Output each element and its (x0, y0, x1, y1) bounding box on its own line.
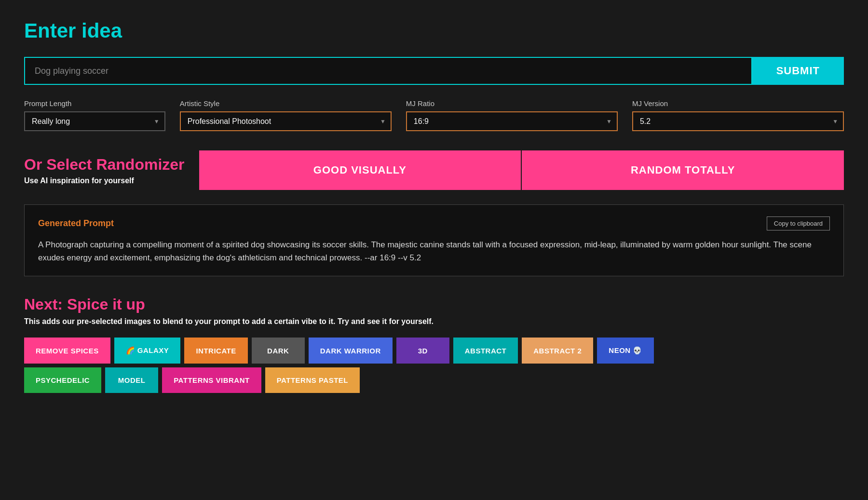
generated-prompt-label: Generated Prompt (38, 218, 114, 229)
randomizer-title-highlight: Select Randomizer (46, 156, 184, 173)
mj-ratio-group: MJ Ratio 1:1 4:3 16:9 9:16 (406, 99, 618, 131)
spice-section: Next: Spice it up This adds our pre-sele… (24, 296, 844, 393)
artistic-style-select-wrapper: None Professional Photoshoot Anime Oil P… (180, 111, 392, 131)
prompt-length-select-wrapper: Short Medium Long Really long (24, 111, 165, 131)
spice-intricate-button[interactable]: INTRICATE (184, 338, 247, 364)
spice-patterns-vibrant-button[interactable]: PATTERNS VIBRANT (162, 367, 261, 393)
prompt-length-label: Prompt Length (24, 99, 165, 108)
page-title: Enter idea (24, 19, 844, 42)
randomizer-left: Or Select Randomizer Use AI inspiration … (24, 156, 185, 185)
spice-galaxy-button[interactable]: 🌈 GALAXY (114, 338, 181, 364)
randomizer-subtitle: Use AI inspiration for yourself (24, 176, 185, 185)
randomizer-section: Or Select Randomizer Use AI inspiration … (24, 150, 844, 190)
artistic-style-label: Artistic Style (180, 99, 392, 108)
generated-prompt-section: Generated Prompt Copy to clipboard A Pho… (24, 204, 844, 276)
submit-button[interactable]: SUBMIT (752, 57, 844, 85)
prompt-length-group: Prompt Length Short Medium Long Really l… (24, 99, 165, 131)
randomizer-title-prefix: Or (24, 156, 46, 173)
mj-ratio-select[interactable]: 1:1 4:3 16:9 9:16 (406, 111, 618, 131)
mj-version-select[interactable]: 4 5 5.1 5.2 6 (632, 111, 844, 131)
idea-input[interactable] (24, 57, 752, 85)
mj-version-select-wrapper: 4 5 5.1 5.2 6 (632, 111, 844, 131)
randomizer-buttons: GOOD VISUALLY RANDOM TOTALLY (199, 150, 844, 190)
options-row: Prompt Length Short Medium Long Really l… (24, 99, 844, 131)
good-visually-button[interactable]: GOOD VISUALLY (199, 150, 522, 190)
spice-dark-warrior-button[interactable]: DARK WARRIOR (309, 338, 393, 364)
artistic-style-select[interactable]: None Professional Photoshoot Anime Oil P… (180, 111, 392, 131)
spice-dark-button[interactable]: DARK (252, 338, 305, 364)
prompt-length-select[interactable]: Short Medium Long Really long (24, 111, 165, 131)
mj-ratio-label: MJ Ratio (406, 99, 618, 108)
mj-version-group: MJ Version 4 5 5.1 5.2 6 (632, 99, 844, 131)
spice-buttons-row1: REMOVE SPICES 🌈 GALAXY INTRICATE DARK DA… (24, 338, 844, 364)
mj-version-label: MJ Version (632, 99, 844, 108)
spice-title-prefix: Next: (24, 296, 67, 313)
copy-to-clipboard-button[interactable]: Copy to clipboard (767, 216, 830, 230)
spice-patterns-pastel-button[interactable]: PATTERNS PASTEL (265, 367, 360, 393)
idea-input-row: SUBMIT (24, 57, 844, 85)
generated-prompt-header: Generated Prompt Copy to clipboard (38, 216, 830, 230)
spice-abstract-button[interactable]: ABSTRACT (453, 338, 518, 364)
spice-neon-button[interactable]: NEON 💀 (597, 338, 654, 364)
spice-remove-spices-button[interactable]: REMOVE SPICES (24, 338, 110, 364)
spice-title-highlight: Spice it up (67, 296, 145, 313)
random-totally-button[interactable]: RANDOM TOTALLY (522, 150, 844, 190)
spice-subtitle: This adds our pre-selected images to ble… (24, 317, 844, 326)
generated-prompt-text: A Photograph capturing a compelling mome… (38, 238, 830, 264)
spice-abstract2-button[interactable]: ABSTRACT 2 (522, 338, 593, 364)
artistic-style-group: Artistic Style None Professional Photosh… (180, 99, 392, 131)
spice-3d-button[interactable]: 3D (396, 338, 449, 364)
randomizer-title: Or Select Randomizer (24, 156, 185, 174)
mj-ratio-select-wrapper: 1:1 4:3 16:9 9:16 (406, 111, 618, 131)
spice-buttons-row2: PSYCHEDELIC MODEL PATTERNS VIBRANT PATTE… (24, 367, 844, 393)
spice-title: Next: Spice it up (24, 296, 844, 313)
spice-model-button[interactable]: MODEL (105, 367, 158, 393)
spice-psychedelic-button[interactable]: PSYCHEDELIC (24, 367, 101, 393)
